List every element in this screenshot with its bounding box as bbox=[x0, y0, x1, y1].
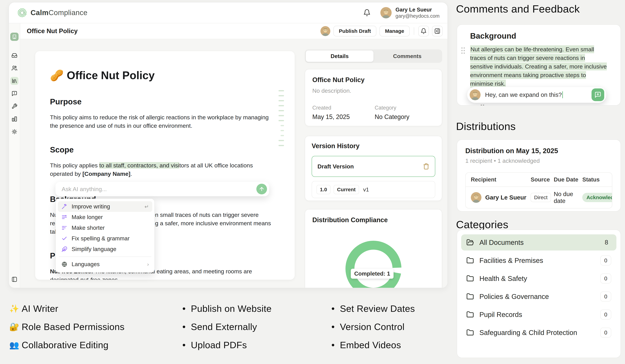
sidebar-item-library[interactable] bbox=[10, 77, 18, 85]
ai-menu-item-improve-writing[interactable]: Improve writing ↵ bbox=[58, 201, 152, 212]
collaborator-avatar bbox=[320, 26, 330, 36]
tab-details[interactable]: Details bbox=[306, 51, 374, 62]
document-toolbar: Office Nut Policy bbox=[20, 23, 447, 39]
ai-menu-item-fix-spelling[interactable]: Fix spelling & grammar bbox=[58, 233, 152, 244]
toggle-panel-button[interactable] bbox=[432, 26, 443, 36]
sidebar-item-organisation[interactable] bbox=[10, 33, 19, 41]
submit-comment-button[interactable] bbox=[592, 89, 604, 101]
distribution-meta: 1 recipient • 1 acknowledged bbox=[465, 157, 612, 164]
lock-key-icon: 🔐 bbox=[9, 322, 22, 331]
ai-menu-item-languages[interactable]: Languages › bbox=[58, 259, 152, 270]
category-value: No Category bbox=[375, 113, 435, 121]
tab-comments[interactable]: Comments bbox=[374, 51, 441, 62]
category-item-all-documents[interactable]: All Documents 8 bbox=[461, 234, 616, 250]
publish-draft-button[interactable]: Publish Draft bbox=[333, 26, 376, 36]
inbox-icon bbox=[11, 53, 17, 58]
document-title: Office Nut Policy bbox=[27, 28, 78, 35]
table-row[interactable]: Gary Le Sueur Direct No due date Acknowl… bbox=[466, 187, 612, 208]
category-item-facilities-premises[interactable]: Facilities & Premises 0 bbox=[461, 252, 616, 269]
workspace: 🥜 Office Nut Policy Purpose This policy … bbox=[20, 39, 447, 288]
user-name: Gary Le Sueur bbox=[395, 6, 439, 13]
category-count: 0 bbox=[600, 255, 611, 266]
folder-open-icon bbox=[466, 239, 474, 246]
sidebar-item-offices[interactable] bbox=[10, 115, 18, 123]
category-count: 0 bbox=[600, 292, 611, 302]
sidebar-item-tools[interactable] bbox=[10, 102, 18, 110]
trash-icon[interactable] bbox=[423, 163, 429, 170]
feather-icon bbox=[61, 246, 67, 252]
folder-icon bbox=[466, 275, 474, 282]
toolbar-notifications-button[interactable] bbox=[418, 26, 429, 36]
category-item-health-safety[interactable]: Health & Safety 0 bbox=[461, 271, 616, 287]
policy-statement-partial-heading: Policy Statement bbox=[470, 103, 534, 106]
folder-icon bbox=[466, 257, 474, 264]
highlighted-text: to all staff, contractors, and visi bbox=[99, 162, 179, 169]
wand-icon bbox=[61, 204, 67, 210]
comment-input[interactable]: Hey, can we expand on this? bbox=[467, 87, 606, 103]
category-item-safeguarding[interactable]: Safeguarding & Child Protection 0 bbox=[461, 325, 616, 341]
ai-menu-item-simplify-language[interactable]: Simplify language bbox=[58, 244, 152, 254]
menu-divider bbox=[59, 257, 151, 257]
sidebar bbox=[9, 23, 20, 288]
folder-icon bbox=[466, 311, 474, 318]
ai-submit-button[interactable] bbox=[256, 184, 267, 194]
ai-input[interactable]: Ask AI anything... bbox=[56, 182, 269, 196]
sidebar-item-inbox[interactable] bbox=[10, 52, 18, 60]
sidebar-item-feedback[interactable] bbox=[10, 90, 18, 97]
building-icon bbox=[12, 34, 17, 39]
sidebar-item-members[interactable] bbox=[10, 64, 18, 72]
ai-menu: Improve writing ↵ Make longer bbox=[56, 198, 155, 273]
current-badge: Current bbox=[334, 185, 359, 194]
distributions-heading: Distributions bbox=[456, 120, 516, 132]
folder-icon bbox=[466, 329, 474, 336]
feature-list-left: ✨ AI Writer 🔐 Role Based Permissions 👥 C… bbox=[9, 303, 125, 358]
wrench-icon bbox=[11, 103, 17, 109]
brand-logo: CalmCompliance bbox=[17, 7, 87, 18]
logo-spiral-icon bbox=[17, 7, 28, 18]
feature-upload-pdfs: Upload PDFs bbox=[182, 340, 272, 350]
feature-version-control: Version Control bbox=[331, 322, 415, 332]
version-number-badge: 1.0 bbox=[316, 185, 331, 194]
category-item-pupil-records[interactable]: Pupil Records 0 bbox=[461, 306, 616, 323]
feature-list-right: Set Review Dates Version Control Embed V… bbox=[331, 303, 415, 358]
folder-icon bbox=[466, 293, 474, 300]
panel-right-icon bbox=[434, 28, 440, 34]
category-item-policies-governance[interactable]: Policies & Governance 0 bbox=[461, 288, 616, 304]
lines-extend-icon bbox=[61, 214, 67, 220]
message-plus-icon bbox=[594, 91, 601, 98]
distribution-card: Distribution on May 15, 2025 1 recipient… bbox=[457, 139, 621, 212]
app-header: CalmCompliance bbox=[9, 2, 447, 23]
drag-handle-icon[interactable] bbox=[461, 47, 465, 54]
category-count: 0 bbox=[600, 328, 611, 337]
brand-name: CalmCompliance bbox=[31, 9, 87, 17]
comments-feedback-card: Background Nut allergies can be life-thr… bbox=[457, 24, 621, 106]
comments-section-heading: Comments and Feedback bbox=[456, 3, 580, 15]
scope-paragraph: This policy applies to all staff, contra… bbox=[50, 161, 272, 178]
background-card-heading: Background bbox=[470, 31, 610, 40]
created-label: Created bbox=[312, 105, 375, 111]
people-icon: 👥 bbox=[9, 340, 22, 350]
feature-ai-writer: ✨ AI Writer bbox=[9, 303, 125, 313]
feature-list-middle: Publish on Website Send Externally Uploa… bbox=[182, 303, 272, 358]
distribution-compliance-card: Distribution Compliance Completed: 1 bbox=[305, 209, 442, 288]
ai-menu-item-make-longer[interactable]: Make longer bbox=[58, 212, 152, 222]
version-history-card: Version History Draft Version 1.0 Cu bbox=[305, 136, 442, 201]
user-menu[interactable]: Gary Le Sueur gary@heydocs.com bbox=[380, 6, 439, 19]
document-panel: Details Comments Office Nut Policy No de… bbox=[305, 49, 442, 288]
manage-button[interactable]: Manage bbox=[379, 26, 410, 36]
category-count: 8 bbox=[605, 239, 611, 246]
sparkles-icon: ✨ bbox=[9, 304, 22, 313]
ai-menu-item-make-shorter[interactable]: Make shorter bbox=[58, 222, 152, 233]
bell-icon bbox=[420, 28, 427, 34]
details-card: Office Nut Policy No description. Create… bbox=[305, 69, 442, 126]
ai-input-placeholder: Ask AI anything... bbox=[62, 186, 107, 192]
buildings-icon bbox=[11, 116, 17, 122]
draft-version-row[interactable]: Draft Version bbox=[312, 156, 435, 177]
version-row[interactable]: 1.0 Current v1 bbox=[312, 181, 435, 198]
comment-highlight-minimap bbox=[279, 90, 284, 150]
scope-heading: Scope bbox=[50, 145, 279, 154]
collapse-sidebar-button[interactable] bbox=[10, 275, 18, 283]
sidebar-item-settings[interactable] bbox=[10, 128, 18, 136]
notifications-bell-icon[interactable] bbox=[363, 9, 371, 16]
toolbar-divider bbox=[414, 27, 414, 35]
